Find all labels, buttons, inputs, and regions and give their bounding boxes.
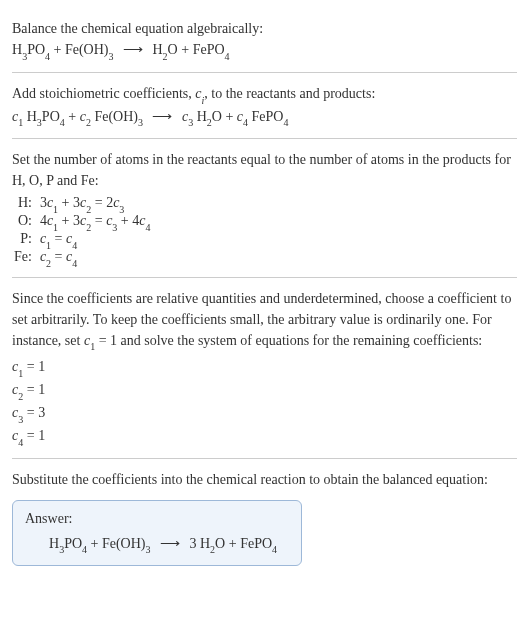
h3po4: H3PO4 [27,109,65,124]
t: H [200,536,210,551]
answer-box: Answer: H3PO4 + Fe(OH)3 ⟶ 3 H2O + FePO4 [12,500,302,567]
t: 3 [18,414,23,425]
t: = [91,213,106,228]
t: Fe(OH) [94,109,138,124]
t: , to the reactants and products: [204,86,375,101]
c4-line: c4 = 1 [12,425,517,448]
t: = [23,382,38,397]
atom-table: H: 3c1 + 3c2 = 2c3 O: 4c1 + 3c2 = c3 + 4… [14,195,150,266]
c: c [80,109,86,124]
coef-intro: Add stoichiometric coefficients, ci, to … [12,83,517,106]
t: 4 [225,51,230,62]
section-solve: Since the coefficients are relative quan… [12,278,517,459]
t: FePO [252,109,284,124]
t: Fe(OH) [65,42,109,57]
h2o: H2O [200,536,225,551]
t: PO [42,109,60,124]
atom-intro: Set the number of atoms in the reactants… [12,149,517,191]
answer-label: Answer: [25,511,289,527]
t: 4 [283,117,288,128]
t: 2 [18,391,23,402]
label-o: O: [14,213,40,231]
t: = [51,231,66,246]
row-fe: Fe: c2 = c4 [14,249,150,267]
feoh3: Fe(OH)3 [94,109,143,124]
t: 4 [40,213,47,228]
label-p: P: [14,231,40,249]
t: O [215,536,225,551]
t: PO [64,536,82,551]
t: 2 [163,51,168,62]
t: 4 [243,117,248,128]
t: = 2 [91,195,113,210]
t: H [27,109,37,124]
unbalanced-equation: H3PO4 + Fe(OH)3 ⟶ H2O + FePO4 [12,39,517,62]
t: 4 [82,544,87,555]
t: 3 [112,222,117,233]
val: 1 [38,359,45,374]
section-add-coefficients: Add stoichiometric coefficients, ci, to … [12,73,517,140]
feoh3: Fe(OH)3 [102,536,151,551]
arrow-icon: ⟶ [123,39,143,60]
t: 4 [72,258,77,269]
t: 3 [40,195,47,210]
val: 1 [38,382,45,397]
t: = [23,428,38,443]
t: 1 [18,368,23,379]
t: Fe(OH) [102,536,146,551]
h2o: H2O [197,109,222,124]
t: FePO [193,42,225,57]
plus: + [87,536,102,551]
eq-fe: c2 = c4 [40,249,151,267]
val: 3 [38,405,45,420]
t: PO [27,42,45,57]
t: 3 [59,544,64,555]
c2-line: c2 = 1 [12,379,517,402]
plus: + [65,109,80,124]
t: 4 [18,437,23,448]
t: + 4 [117,213,139,228]
ci-sub: i [201,95,204,106]
t: 2 [46,258,51,269]
t: 4 [60,117,65,128]
t: O [212,109,222,124]
row-p: P: c1 = c4 [14,231,150,249]
plus: + [222,109,237,124]
plus: + [225,536,240,551]
t: 3 [119,204,124,215]
t: 3 [22,51,27,62]
t: = 1 and solve the system of equations fo… [95,333,482,348]
t: + 3 [58,213,80,228]
t: 1 [18,117,23,128]
t: = [23,359,38,374]
fepo4: FePO4 [240,536,277,551]
t: 3 [138,117,143,128]
balanced-equation: H3PO4 + Fe(OH)3 ⟶ 3 H2O + FePO4 [25,533,289,556]
t: = [51,249,66,264]
label-fe: Fe: [14,249,40,267]
t: 2 [210,544,215,555]
section-problem: Balance the chemical equation algebraica… [12,8,517,73]
eq-o: 4c1 + 3c2 = c3 + 4c4 [40,213,151,231]
t: 2 [86,204,91,215]
section-atom-equations: Set the number of atoms in the reactants… [12,139,517,277]
t: = [23,405,38,420]
coef-equation: c1 H3PO4 + c2 Fe(OH)3 ⟶ c3 H2O + c4 FePO… [12,106,517,129]
t: 2 [86,222,91,233]
section-answer: Substitute the coefficients into the che… [12,459,517,577]
c3-line: c3 = 3 [12,402,517,425]
t: 4 [272,544,277,555]
t: + 3 [58,195,80,210]
plus: + [50,42,65,57]
plus: + [178,42,193,57]
t: 4 [145,222,150,233]
problem-intro: Balance the chemical equation algebraica… [12,18,517,39]
val: 1 [38,428,45,443]
t: 1 [53,222,58,233]
coef-3: 3 [189,536,200,551]
feoh3: Fe(OH)3 [65,42,114,57]
spacer [12,490,517,494]
arrow-icon: ⟶ [152,106,172,127]
coef-list: c1 = 1 c2 = 1 c3 = 3 c4 = 1 [12,356,517,447]
h2o: H2O [152,42,177,57]
